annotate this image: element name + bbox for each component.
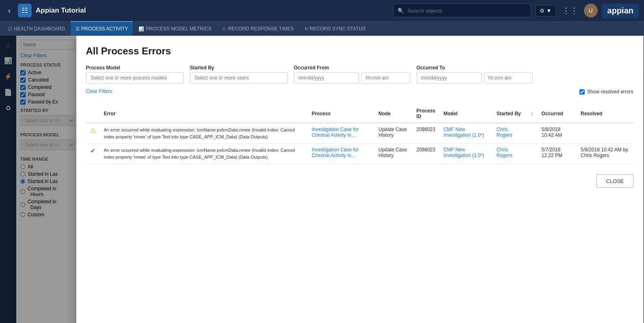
started-by-link[interactable]: Chris Rogers xyxy=(497,147,512,158)
resolved-cell xyxy=(577,123,633,144)
tab-record-response-times[interactable]: ⏲ RECORD RESPONSE TIMES xyxy=(217,21,299,36)
search-icon: 🔍 xyxy=(398,8,404,14)
col-resolved: Resolved xyxy=(577,105,633,123)
success-icon: ✔ xyxy=(90,147,95,154)
filter-row: Process Model Started By Occurred From O… xyxy=(86,65,633,84)
sync-icon: ↻ xyxy=(305,26,308,32)
model-link[interactable]: CMF New Investigation (1.0*) xyxy=(443,127,484,138)
gear-icon: ⚙ xyxy=(540,8,545,14)
started-by-filter-input[interactable] xyxy=(190,72,287,84)
tab-health-dashboard[interactable]: ☷ HEALTH DASHBOARD xyxy=(3,21,70,36)
col-process: Process xyxy=(307,105,374,123)
process-id-cell: 2098023 xyxy=(412,144,439,164)
modal-title: All Process Errors xyxy=(86,45,633,57)
back-button[interactable]: ‹ xyxy=(5,5,14,17)
process-link[interactable]: Investigation Case for Criminal Activity… xyxy=(311,147,359,158)
health-icon: ☷ xyxy=(8,26,12,32)
modal-overlay: All Process Errors Process Model Started… xyxy=(0,36,644,323)
show-resolved-checkbox[interactable] xyxy=(579,89,585,95)
error-row: ✔ An error occurred while evaluating exp… xyxy=(86,144,633,164)
started-by-filter-label: Started By xyxy=(190,65,287,71)
error-text: An error occurred while evaluating expre… xyxy=(104,127,295,139)
modal-footer: CLOSE xyxy=(86,168,633,188)
tab-process-model-metrics[interactable]: 📊 PROCESS MODEL METRICS xyxy=(134,21,216,36)
col-started-by: Started By xyxy=(493,105,527,123)
gear-dropdown-icon: ▼ xyxy=(546,8,551,14)
node-cell: Update Case History xyxy=(374,123,412,144)
response-icon: ⏲ xyxy=(222,26,227,31)
resolved-cell: 5/8/2018 10:42 AM by Chris Rogers xyxy=(577,144,633,164)
occurred-to-label: Occurred To xyxy=(417,65,533,71)
occurred-from-time-input[interactable] xyxy=(361,72,410,84)
warning-icon: ⚠ xyxy=(90,127,96,134)
occurred-cell: 5/7/2018 12:22 PM xyxy=(538,144,577,164)
col-occurred: Occurred xyxy=(538,105,577,123)
sort-cell xyxy=(527,144,538,164)
filter-started-by: Started By xyxy=(190,65,287,84)
occurred-from-date-input[interactable] xyxy=(294,72,359,84)
error-text: An error occurred while evaluating expre… xyxy=(104,148,295,159)
model-link[interactable]: CMF New Investigation (1.0*) xyxy=(443,147,484,158)
metrics-icon: 📊 xyxy=(138,26,144,32)
sort-cell xyxy=(527,123,538,144)
filter-occurred-from: Occurred From xyxy=(294,65,410,84)
appian-logo: appian xyxy=(602,4,639,18)
col-sort-arrow[interactable]: ↓ xyxy=(527,105,538,123)
process-id-cell: 2098023 xyxy=(412,123,439,144)
started-by-link[interactable]: Chris Rogers xyxy=(497,127,512,138)
top-navigation: ‹ ☷ Appian Tutorial 🔍 ⚙ ▼ ⋮⋮ U appian xyxy=(0,0,644,21)
process-link[interactable]: Investigation Case for Criminal Activity… xyxy=(311,127,359,138)
node-cell: Update Case History xyxy=(374,144,412,164)
process-icon: ☰ xyxy=(76,26,80,32)
sub-navigation: ☷ HEALTH DASHBOARD ☰ PROCESS ACTIVITY 📊 … xyxy=(0,21,644,36)
filter-occurred-to: Occurred To xyxy=(417,65,533,84)
occurred-cell: 5/8/2018 10:42 AM xyxy=(538,123,577,144)
process-model-filter-input[interactable] xyxy=(86,72,184,84)
close-button[interactable]: CLOSE xyxy=(596,174,633,188)
errors-table: Error Process Node ProcessID Model Start… xyxy=(86,105,633,164)
process-model-filter-label: Process Model xyxy=(86,65,184,71)
app-icon: ☷ xyxy=(18,4,32,17)
tab-record-sync-status[interactable]: ↻ RECORD SYNC STATUS xyxy=(300,21,371,36)
col-node: Node xyxy=(374,105,412,123)
avatar[interactable]: U xyxy=(584,4,598,17)
grid-button[interactable]: ⋮⋮ xyxy=(560,4,580,17)
all-process-errors-modal: All Process Errors Process Model Started… xyxy=(76,36,643,323)
search-bar: 🔍 xyxy=(393,4,531,17)
error-row: ⚠ An error occurred while evaluating exp… xyxy=(86,123,633,144)
occurred-to-time-input[interactable] xyxy=(484,72,533,84)
app-title: Appian Tutorial xyxy=(36,6,389,15)
tab-process-activity[interactable]: ☰ PROCESS ACTIVITY xyxy=(71,21,133,36)
settings-button[interactable]: ⚙ ▼ xyxy=(535,5,556,17)
col-model: Model xyxy=(439,105,493,123)
main-area: ⌂ 📊 ⚡ 📄 ♻ Clear Filters PROCESS STATUS A… xyxy=(0,36,644,323)
col-error: Error xyxy=(100,105,308,123)
show-resolved-label: Show resolved errors xyxy=(587,89,633,95)
occurred-to-date-input[interactable] xyxy=(417,72,482,84)
modal-clear-filters-link[interactable]: Clear Filters xyxy=(86,88,112,94)
col-status-icon xyxy=(86,105,100,123)
col-process-id: ProcessID xyxy=(412,105,439,123)
filter-process-model: Process Model xyxy=(86,65,184,84)
show-resolved-row: Show resolved errors xyxy=(579,89,633,95)
occurred-from-label: Occurred From xyxy=(294,65,410,71)
search-input[interactable] xyxy=(407,8,527,14)
